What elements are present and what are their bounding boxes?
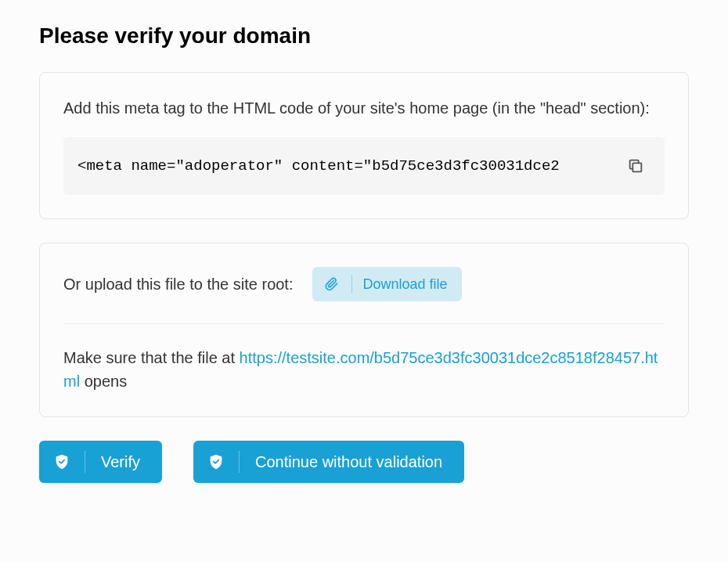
attachment-icon xyxy=(323,277,341,291)
download-file-button[interactable]: Download file xyxy=(312,267,462,301)
upload-instruction: Or upload this file to the site root: xyxy=(63,276,294,294)
verify-button-label: Verify xyxy=(101,453,140,471)
meta-tag-card: Add this meta tag to the HTML code of yo… xyxy=(39,72,689,219)
meta-instruction: Add this meta tag to the HTML code of yo… xyxy=(63,96,665,120)
copy-button[interactable] xyxy=(621,151,651,181)
upload-row: Or upload this file to the site root: Do… xyxy=(63,267,665,324)
code-snippet: <meta name="adoperator" content="b5d75ce… xyxy=(77,157,560,175)
copy-icon xyxy=(627,157,644,175)
svg-rect-0 xyxy=(632,163,641,171)
shield-check-icon xyxy=(53,452,70,471)
upload-card: Or upload this file to the site root: Do… xyxy=(39,243,689,417)
shield-check-icon xyxy=(207,452,225,471)
make-sure-suffix: opens xyxy=(80,373,127,390)
page-title: Please verify your domain xyxy=(39,23,689,49)
download-file-label: Download file xyxy=(363,276,448,293)
button-row: Verify Continue without validation xyxy=(39,441,689,483)
continue-button-label: Continue without validation xyxy=(255,453,442,471)
make-sure-prefix: Make sure that the file at xyxy=(63,349,240,366)
verify-button[interactable]: Verify xyxy=(39,441,162,483)
code-block: <meta name="adoperator" content="b5d75ce… xyxy=(63,137,665,195)
continue-without-validation-button[interactable]: Continue without validation xyxy=(193,441,464,483)
verify-file-text: Make sure that the file at https://tests… xyxy=(63,346,665,393)
